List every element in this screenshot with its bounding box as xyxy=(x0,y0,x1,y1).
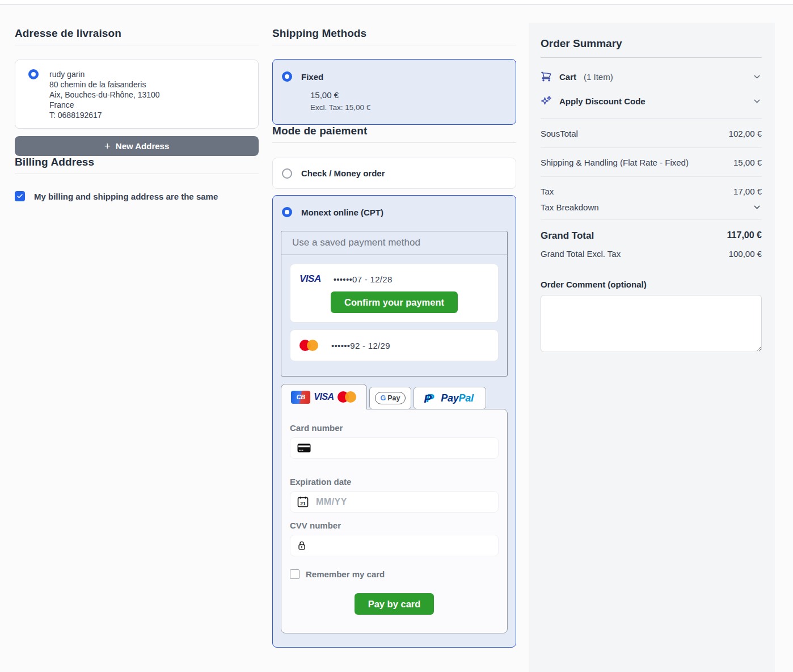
payment-tabs: CB VISA GPay P P PayPal xyxy=(281,384,508,409)
shipping-address-title: Adresse de livraison xyxy=(15,27,259,45)
cart-accordion[interactable]: Cart (1 Item) xyxy=(541,71,762,82)
expiration-input[interactable]: 21 MM/YY xyxy=(290,491,499,513)
monext-radio-row[interactable]: Monext online (CPT) xyxy=(273,207,516,217)
discount-label: Apply Discount Code xyxy=(559,96,646,106)
cart-icon xyxy=(541,71,552,82)
billing-same-row[interactable]: My billing and shipping address are the … xyxy=(15,191,259,201)
paypal-monogram-icon: P P xyxy=(426,391,437,405)
payment-method-monext: Monext online (CPT) Use a saved payment … xyxy=(272,195,516,648)
address-city: Aix, Bouches-du-Rhône, 13100 xyxy=(49,90,160,100)
tax-breakdown-label: Tax Breakdown xyxy=(541,202,599,212)
saved-payment-box: Use a saved payment method VISA ••••••07… xyxy=(281,231,508,377)
saved-card-mastercard[interactable]: ••••••92 - 12/29 xyxy=(290,329,499,361)
payment-title: Mode de paiement xyxy=(272,125,516,143)
tab-paypal[interactable]: P P PayPal xyxy=(414,387,486,409)
new-address-button[interactable]: + New Address xyxy=(15,136,259,156)
remember-card-row[interactable]: Remember my card xyxy=(290,569,499,579)
monext-radio-selected[interactable] xyxy=(282,207,292,217)
grand-total-excl-row: Grand Total Excl. Tax 100,00 € xyxy=(541,249,762,259)
chevron-down-icon xyxy=(752,202,762,212)
calendar-icon: 21 xyxy=(297,496,309,508)
subtotal-label: SousTotal xyxy=(541,129,578,138)
plus-icon: + xyxy=(104,141,111,151)
card-form: Card number Expiration date 21 MM/YY xyxy=(281,409,508,633)
billing-address-title: Billing Address xyxy=(15,156,259,174)
pay-by-card-button[interactable]: Pay by card xyxy=(355,593,435,615)
address-street: 80 chemin de la faisanderis xyxy=(49,79,160,90)
tax-value: 17,00 € xyxy=(733,187,762,196)
svg-text:21: 21 xyxy=(300,501,306,506)
check-label: Check / Money order xyxy=(301,168,385,178)
grand-total-row: Grand Total 117,00 € xyxy=(541,220,762,242)
card-number-input[interactable] xyxy=(290,437,499,459)
billing-same-checkbox[interactable] xyxy=(15,191,25,201)
payment-method-check[interactable]: Check / Money order xyxy=(272,158,516,189)
subtotal-row: SousTotal 102,00 € xyxy=(541,119,762,148)
shipping-method-fixed[interactable]: Fixed 15,00 € Excl. Tax: 15,00 € xyxy=(272,59,516,125)
visa-tab-logo: VISA xyxy=(314,392,334,402)
grand-total-label: Grand Total xyxy=(541,230,594,242)
remember-card-label: Remember my card xyxy=(306,569,385,579)
check-radio-unselected[interactable] xyxy=(282,168,292,179)
monext-label: Monext online (CPT) xyxy=(301,208,383,217)
address-country: France xyxy=(49,100,160,110)
fixed-label: Fixed xyxy=(301,72,323,82)
order-summary-panel: Order Summary Cart (1 Item) Apply Discou… xyxy=(529,23,775,672)
shipping-methods-title: Shipping Methods xyxy=(272,27,516,45)
grand-total-excl-label: Grand Total Excl. Tax xyxy=(541,249,621,259)
fixed-radio-selected[interactable] xyxy=(282,71,292,82)
address-lines: rudy garin 80 chemin de la faisanderis A… xyxy=(49,69,160,120)
order-comment-label: Order Comment (optional) xyxy=(541,280,762,289)
mastercard-tab-logo xyxy=(338,391,357,403)
sparkles-icon xyxy=(541,95,552,107)
address-phone: T: 0688192617 xyxy=(49,110,160,120)
saved-payment-list: VISA ••••••07 - 12/28 Confirm your payme… xyxy=(281,255,507,376)
shipping-label: Shipping & Handling (Flat Rate - Fixed) xyxy=(541,158,689,167)
mastercard-masked-number: ••••••92 - 12/29 xyxy=(331,341,390,350)
shipping-row: Shipping & Handling (Flat Rate - Fixed) … xyxy=(541,148,762,177)
cb-logo: CB xyxy=(291,391,310,404)
shipping-value: 15,00 € xyxy=(733,158,762,167)
visa-logo: VISA xyxy=(300,273,321,285)
visa-masked-number: ••••••07 - 12/28 xyxy=(334,274,393,284)
new-address-label: New Address xyxy=(116,141,169,151)
chevron-down-icon xyxy=(752,96,762,106)
card-number-label: Card number xyxy=(290,423,499,433)
shipping-address-section: Adresse de livraison rudy garin 80 chemi… xyxy=(15,27,259,201)
fixed-price: 15,00 € xyxy=(310,90,507,100)
shipping-payment-section: Shipping Methods Fixed 15,00 € Excl. Tax… xyxy=(272,27,516,648)
tab-card-payment[interactable]: CB VISA xyxy=(281,384,367,409)
google-pay-logo: GPay xyxy=(375,392,406,404)
check-icon xyxy=(16,193,23,200)
billing-same-label: My billing and shipping address are the … xyxy=(34,192,218,201)
tax-breakdown-toggle[interactable]: Tax Breakdown xyxy=(541,202,762,212)
paypal-wordmark: PayPal xyxy=(441,392,473,404)
discount-accordion[interactable]: Apply Discount Code xyxy=(541,95,762,107)
fixed-excl-tax: Excl. Tax: 15,00 € xyxy=(310,103,507,112)
chevron-down-icon xyxy=(752,72,762,82)
cart-label: Cart xyxy=(559,72,576,82)
order-comment-textarea[interactable] xyxy=(541,295,762,352)
page-top-divider xyxy=(0,0,793,5)
saved-payment-title: Use a saved payment method xyxy=(281,231,507,255)
lock-icon xyxy=(297,540,306,551)
shipping-address-card[interactable]: rudy garin 80 chemin de la faisanderis A… xyxy=(15,60,259,129)
cvv-label: CVV number xyxy=(290,521,499,530)
expiration-placeholder: MM/YY xyxy=(316,497,347,507)
order-summary-title: Order Summary xyxy=(541,37,762,58)
credit-card-icon xyxy=(297,443,311,453)
confirm-payment-button[interactable]: Confirm your payment xyxy=(331,291,458,313)
saved-card-visa[interactable]: VISA ••••••07 - 12/28 Confirm your payme… xyxy=(290,264,499,323)
grand-total-excl-value: 100,00 € xyxy=(729,249,762,259)
remember-card-checkbox[interactable] xyxy=(290,569,300,579)
grand-total-value: 117,00 € xyxy=(727,230,762,242)
cvv-input[interactable] xyxy=(290,535,499,556)
subtotal-value: 102,00 € xyxy=(729,129,762,138)
tax-row: Tax 17,00 € xyxy=(541,177,762,196)
expiration-label: Expiration date xyxy=(290,477,499,487)
tab-google-pay[interactable]: GPay xyxy=(369,387,411,409)
tax-block: Tax 17,00 € Tax Breakdown xyxy=(541,177,762,220)
address-name: rudy garin xyxy=(49,69,160,79)
cart-count: (1 Item) xyxy=(584,72,613,82)
address-radio-selected[interactable] xyxy=(28,69,39,79)
